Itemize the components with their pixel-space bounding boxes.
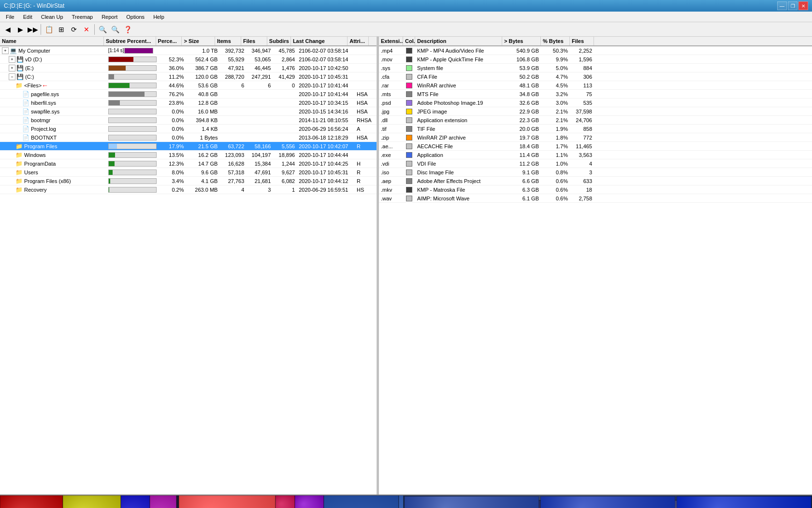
tree-cell-perce: 36.0% xyxy=(160,65,186,71)
col-header-color[interactable]: Col... xyxy=(403,37,415,45)
ext-description: KMP - MP4 Audio/Video File xyxy=(415,47,502,54)
col-header-extfiles[interactable]: Files xyxy=(570,37,594,45)
toolbar-copy[interactable]: 📋 xyxy=(43,24,55,35)
maximize-button[interactable]: ❐ xyxy=(788,1,798,10)
expand-button[interactable]: − xyxy=(9,73,15,80)
tree-cell-perce: 17.9% xyxy=(160,143,186,150)
ext-extension: .zip xyxy=(379,134,403,141)
tree-row[interactable]: +💻My Computer[1:14 s]1.0 TB392,732346,94… xyxy=(0,46,377,55)
tree-cell-files: 3 xyxy=(246,186,273,193)
expand-button[interactable]: + xyxy=(2,47,9,54)
tree-row[interactable]: 📄pagefile.sys76.2%40.8 GB2020-10-17 10:4… xyxy=(0,90,377,99)
ext-extension: .vdi xyxy=(379,160,403,167)
tree-row[interactable]: 📁Program Files (x86)3.4%4.1 GB27,76321,6… xyxy=(0,177,377,185)
close-button[interactable]: ✕ xyxy=(798,1,808,10)
ext-row[interactable]: .aepAdobe After Effects Project6.6 GB0.6… xyxy=(379,177,812,185)
tree-row[interactable]: 📁<Files> ←44.6%53.6 GB6602020-10-17 10:4… xyxy=(0,81,377,90)
ext-row[interactable]: .movKMP - Apple QuickTime File106.8 GB9.… xyxy=(379,55,812,64)
expand-button[interactable]: + xyxy=(9,56,15,63)
ext-description: Application extension xyxy=(415,117,502,124)
tree-row[interactable]: 📁Program Files17.9%21.5 GB63,72258,1665,… xyxy=(0,142,377,151)
ext-color-cell xyxy=(403,186,415,193)
toolbar-zoom-out[interactable]: 🔍 xyxy=(109,24,121,35)
col-header-ext[interactable]: Extensi... xyxy=(379,37,403,45)
ext-row[interactable]: .mp4KMP - MP4 Audio/Video File540.9 GB50… xyxy=(379,46,812,55)
col-header-lastchange[interactable]: Last Change xyxy=(291,37,348,45)
col-header-bytes[interactable]: > Bytes xyxy=(502,37,541,45)
col-header-files[interactable]: Files xyxy=(241,37,267,45)
col-header-pctbytes[interactable]: % Bytes xyxy=(541,37,570,45)
expand-button[interactable]: + xyxy=(9,65,15,71)
ext-table-body[interactable]: .mp4KMP - MP4 Audio/Video File540.9 GB50… xyxy=(379,46,812,203)
col-header-attri[interactable]: Attri... xyxy=(348,37,369,45)
col-header-size[interactable]: > Size xyxy=(182,37,215,45)
menu-help[interactable]: Help xyxy=(149,13,168,21)
tree-cell-files: 46,445 xyxy=(246,65,273,71)
tree-row[interactable]: +💾vD (D:)52.3%562.4 GB55,92953,0652,8642… xyxy=(0,55,377,64)
toolbar-help2[interactable]: ❓ xyxy=(122,24,133,35)
subtree-bar-cell xyxy=(106,169,160,176)
toolbar-zoom-in[interactable]: 🔍 xyxy=(97,24,108,35)
tree-row[interactable]: 📄hiberfil.sys23.8%12.8 GB2020-10-17 10:3… xyxy=(0,99,377,107)
ext-row[interactable]: .mtsMTS File34.8 GB3.2%75 xyxy=(379,90,812,99)
minimize-button[interactable]: — xyxy=(777,1,787,10)
ext-row[interactable]: .zipWinRAR ZIP archive19.7 GB1.8%772 xyxy=(379,133,812,142)
ext-row[interactable]: .psdAdobe Photoshop Image.1932.6 GB3.0%5… xyxy=(379,99,812,107)
ext-row[interactable]: .rarWinRAR archive48.1 GB4.5%113 xyxy=(379,81,812,90)
tree-cell-items: 16,628 xyxy=(219,160,246,167)
ext-row[interactable]: .jpgJPEG image22.9 GB2.1%37,598 xyxy=(379,107,812,116)
ext-row[interactable]: .dllApplication extension22.3 GB2.1%24,7… xyxy=(379,116,812,125)
menu-cleanup[interactable]: Clean Up xyxy=(37,13,67,21)
col-header-items[interactable]: Items xyxy=(215,37,241,45)
ext-row[interactable]: .cfaCFA File50.2 GB4.7%306 xyxy=(379,72,812,81)
toolbar-forward[interactable]: ▶ xyxy=(14,24,26,35)
col-header-subtree[interactable]: Subtree Percent... xyxy=(104,37,156,45)
tree-row[interactable]: 📄bootmgr0.0%394.8 KB2014-11-21 08:10:55R… xyxy=(0,116,377,125)
subtree-bar-cell xyxy=(106,108,160,115)
ext-row[interactable]: .exeApplication11.4 GB1.1%3,563 xyxy=(379,151,812,159)
toolbar-scan[interactable]: ▶▶ xyxy=(27,24,39,35)
tree-row[interactable]: 📁Users8.0%9.6 GB57,31847,6919,6272020-10… xyxy=(0,168,377,177)
ext-row[interactable]: .ae...AECACHE File18.4 GB1.7%11,465 xyxy=(379,142,812,151)
subtree-bar-cell xyxy=(106,126,160,132)
col-header-desc[interactable]: Description xyxy=(415,37,502,45)
menu-options[interactable]: Options xyxy=(122,13,148,21)
ext-row[interactable]: .wavAIMP: Microsoft Wave6.1 GB0.6%2,758 xyxy=(379,194,812,203)
ext-pct-bytes: 1.7% xyxy=(541,143,570,150)
ext-bytes: 540.9 GB xyxy=(502,47,541,54)
menu-report[interactable]: Report xyxy=(98,13,121,21)
tree-row[interactable]: 📄Project.log0.0%1.4 KB2020-06-29 16:56:2… xyxy=(0,125,377,133)
ext-row[interactable]: .isoDisc Image File9.1 GB0.8%3 xyxy=(379,168,812,177)
tree-row[interactable]: −💾(C:)11.2%120.0 GB288,720247,29141,4292… xyxy=(0,72,377,81)
col-header-subdirs[interactable]: Subdirs xyxy=(267,37,291,45)
ext-pct-bytes: 9.9% xyxy=(541,56,570,63)
tree-row[interactable]: 📄BOOTNXT0.0%1 Bytes2013-06-18 12:18:29HS… xyxy=(0,133,377,142)
toolbar-stop[interactable]: ✕ xyxy=(81,24,92,35)
tree-row[interactable]: 📁Recovery0.2%263.0 MB4312020-06-29 16:59… xyxy=(0,185,377,194)
toolbar-select[interactable]: ⊞ xyxy=(56,24,67,35)
ext-row[interactable]: .mkvKMP - Matroska File6.3 GB0.6%18 xyxy=(379,185,812,194)
menu-treemap[interactable]: Treemap xyxy=(68,13,97,21)
treemap-visualization[interactable] xyxy=(0,494,812,508)
menu-edit[interactable]: Edit xyxy=(19,13,36,21)
subtree-bar-cell xyxy=(106,134,160,141)
col-header-name[interactable]: Name xyxy=(0,37,104,45)
tree-row[interactable]: 📁ProgramData12.3%14.7 GB16,62815,3841,24… xyxy=(0,159,377,168)
ext-color-cell xyxy=(403,108,415,115)
col-header-perce[interactable]: Perce... xyxy=(156,37,182,45)
ext-row[interactable]: .tifTIF File20.0 GB1.9%858 xyxy=(379,125,812,133)
tree-cell-attri: HSA xyxy=(355,91,377,98)
subtree-progress-bar xyxy=(108,91,157,97)
ext-row[interactable]: .vdiVDI File11.2 GB1.0%4 xyxy=(379,159,812,168)
file-tree-body[interactable]: +💻My Computer[1:14 s]1.0 TB392,732346,94… xyxy=(0,46,377,494)
tree-row[interactable]: +💾(E:)36.0%386.7 GB47,92146,4451,4762020… xyxy=(0,64,377,72)
tree-row[interactable]: 📄swapfile.sys0.0%16.0 MB2020-10-15 14:34… xyxy=(0,107,377,116)
tree-cell-subdirs xyxy=(273,111,297,112)
menu-file[interactable]: File xyxy=(2,13,18,21)
ext-bytes: 50.2 GB xyxy=(502,73,541,80)
tree-cell-size: 263.0 MB xyxy=(186,186,220,193)
toolbar-refresh[interactable]: ⟳ xyxy=(68,24,80,35)
toolbar-back[interactable]: ◀ xyxy=(2,24,14,35)
tree-row[interactable]: 📁Windows13.5%16.2 GB123,093104,19718,896… xyxy=(0,151,377,159)
ext-row[interactable]: .sysSystem file53.9 GB5.0%884 xyxy=(379,64,812,72)
